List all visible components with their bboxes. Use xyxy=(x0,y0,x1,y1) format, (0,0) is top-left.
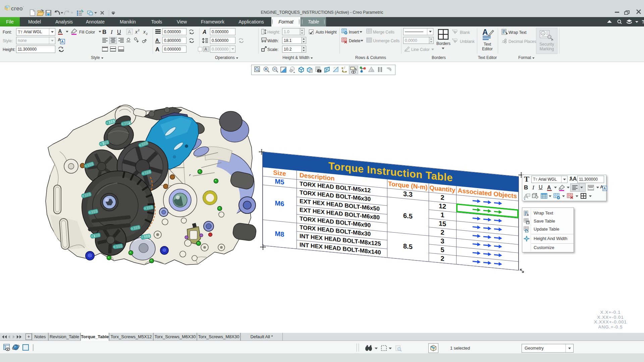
svg-text:A: A xyxy=(603,187,606,190)
svg-text:A: A xyxy=(547,185,551,190)
